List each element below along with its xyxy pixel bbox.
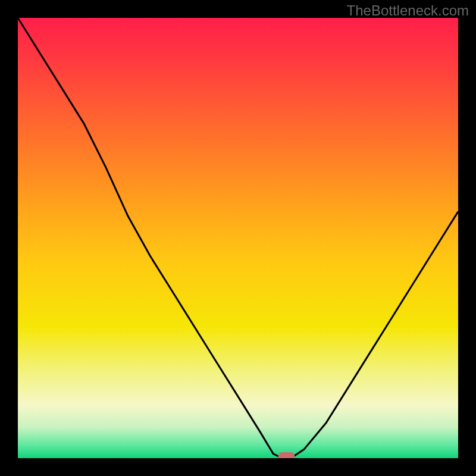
chart-svg bbox=[18, 18, 458, 458]
chart-canvas bbox=[18, 18, 458, 458]
chart-background-gradient bbox=[18, 18, 458, 458]
optimal-marker bbox=[278, 452, 295, 458]
watermark-text: TheBottleneck.com bbox=[347, 2, 469, 19]
